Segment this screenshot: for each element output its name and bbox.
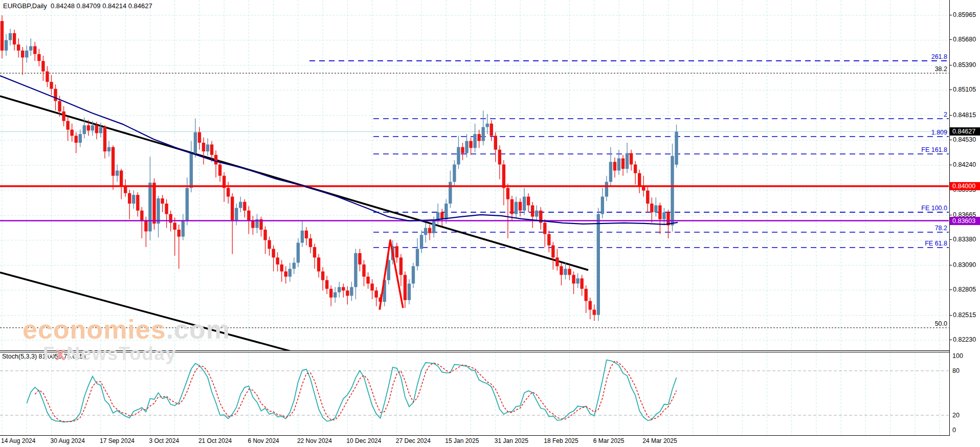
price-axis-label: 0.82805	[953, 286, 976, 293]
stoch-main-line	[27, 360, 676, 422]
fib-level-label: FE 161.8	[921, 146, 947, 153]
stoch-axis-label: 0	[952, 427, 956, 434]
main-chart[interactable]	[0, 0, 949, 352]
date-axis-label: 27 Dec 2024	[396, 437, 431, 444]
price-axis-label: 0.85390	[953, 61, 976, 69]
date-axis-label: 14 Aug 2024	[1, 437, 35, 444]
stoch-axis-label: 100	[952, 352, 963, 360]
price-axis-label: 0.83090	[953, 261, 976, 269]
stoch-axis[interactable]: 10080200	[949, 352, 980, 436]
price-axis-label: 0.82230	[953, 336, 976, 343]
chart-window: EURGBP,Daily 0.84248 0.84709 0.84214 0.8…	[0, 0, 980, 447]
date-axis-label: 6 Nov 2024	[248, 437, 279, 444]
date-axis[interactable]: 14 Aug 202430 Aug 202417 Sep 20243 Oct 2…	[0, 436, 980, 447]
date-axis-label: 3 Oct 2024	[149, 437, 179, 444]
price-axis-label: 0.84240	[953, 161, 976, 168]
date-axis-label: 30 Aug 2024	[50, 437, 84, 444]
lower-trendline[interactable]	[0, 273, 292, 351]
chart-title: EURGBP,Daily 0.84248 0.84709 0.84214 0.8…	[3, 2, 152, 10]
date-axis-label: 18 Feb 2025	[544, 437, 578, 444]
price-axis-label: 0.84815	[953, 111, 976, 119]
current-price-badge: 0.84627	[950, 127, 980, 136]
date-axis-label: 21 Oct 2024	[198, 437, 232, 444]
price-axis-label: 0.82515	[953, 311, 976, 319]
date-axis-label: 6 Mar 2025	[593, 437, 625, 444]
stochastic-indicator-label: Stoch(5,3,3) 81.0055 75.6151	[2, 353, 86, 360]
date-axis-label: 15 Jan 2025	[445, 437, 479, 444]
fib-level-label: FE 100.0	[921, 205, 947, 212]
fib-level-label: 1.809	[931, 129, 947, 136]
date-axis-label: 24 Mar 2025	[642, 437, 677, 444]
moving-average-line[interactable]	[0, 76, 678, 225]
panel-separator[interactable]	[0, 350, 980, 352]
stoch-signal-line	[35, 361, 676, 422]
fib-level-label: 38.2	[935, 65, 947, 73]
price-axis-label: 0.85965	[953, 11, 976, 18]
stoch-axis-label: 80	[952, 367, 960, 374]
stoch-axis-label: 20	[952, 412, 960, 419]
date-axis-label: 17 Sep 2024	[100, 437, 135, 444]
date-axis-label: 31 Jan 2025	[495, 437, 528, 444]
price-axis-label: 0.84530	[953, 136, 976, 143]
price-axis-label: 0.83380	[953, 236, 976, 243]
date-axis-label: 10 Dec 2024	[346, 437, 381, 444]
red-line-badge: 0.84000	[950, 182, 980, 190]
price-axis-label: 0.85680	[953, 36, 976, 43]
price-axis-label: 0.85105	[953, 86, 976, 93]
fib-level-label: 78.2	[935, 225, 947, 232]
fib-level-label: FE 61.8	[925, 240, 947, 247]
purple-line-badge: 0.83603	[950, 217, 980, 225]
date-axis-label: 22 Nov 2024	[297, 437, 332, 444]
stochastic-panel[interactable]	[0, 352, 949, 436]
fib-level-label: 50.0	[935, 320, 947, 327]
fib-level-label: 261.8	[931, 53, 947, 60]
fib-level-label: 2	[944, 111, 947, 118]
